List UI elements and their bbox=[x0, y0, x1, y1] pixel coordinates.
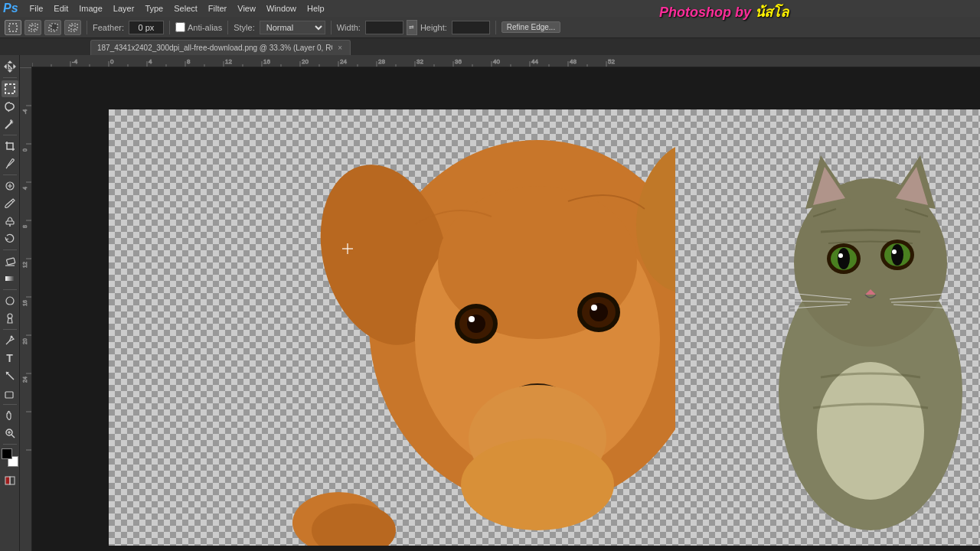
style-select[interactable]: Normal Fixed Ratio Fixed Size bbox=[260, 21, 325, 34]
menu-item-image[interactable]: Image bbox=[74, 2, 108, 15]
menu-item-type[interactable]: Type bbox=[139, 2, 168, 15]
tool-crop[interactable] bbox=[2, 138, 18, 155]
svg-text:-4: -4 bbox=[72, 58, 78, 65]
cat-svg bbox=[760, 109, 980, 546]
height-input[interactable] bbox=[452, 21, 490, 34]
tool-pen[interactable] bbox=[2, 332, 18, 349]
app-logo: Ps bbox=[3, 2, 18, 15]
svg-text:4: 4 bbox=[22, 187, 28, 190]
svg-text:36: 36 bbox=[455, 58, 462, 65]
canvas-area[interactable]: -4 0 4 8 12 16 20 24 28 32 36 40 44 48 5… bbox=[20, 55, 980, 551]
svg-rect-12 bbox=[6, 258, 15, 265]
marquee-intersect-btn[interactable] bbox=[64, 20, 81, 35]
tool-sep-6 bbox=[3, 329, 17, 330]
svg-point-103 bbox=[591, 305, 597, 311]
svg-rect-24 bbox=[32, 55, 980, 67]
menu-item-filter[interactable]: Filter bbox=[203, 2, 232, 15]
tool-blur[interactable] bbox=[2, 292, 18, 309]
feather-input[interactable] bbox=[129, 21, 164, 34]
document-tab[interactable]: 187_4341x2402_300dpi_all-free-download.p… bbox=[90, 40, 351, 55]
menu-item-edit[interactable]: Edit bbox=[48, 2, 74, 15]
svg-text:52: 52 bbox=[608, 58, 615, 65]
options-bar: Feather: Anti-alias Style: Normal Fixed … bbox=[0, 17, 980, 38]
tool-heal[interactable] bbox=[2, 178, 18, 194]
width-label: Width: bbox=[337, 23, 361, 32]
svg-text:28: 28 bbox=[378, 58, 385, 65]
tool-magic-wand[interactable] bbox=[2, 116, 18, 132]
tool-move[interactable] bbox=[2, 58, 18, 75]
style-label: Style: bbox=[234, 23, 255, 32]
swap-wh-btn[interactable]: ⇄ bbox=[407, 20, 417, 35]
tab-close-btn[interactable]: × bbox=[336, 44, 344, 52]
menu-bar: Ps FileEditImageLayerTypeSelectFilterVie… bbox=[0, 0, 980, 17]
tool-gradient[interactable] bbox=[2, 270, 18, 287]
menu-item-window[interactable]: Window bbox=[261, 2, 302, 15]
branding-text-pre: Photoshop by bbox=[659, 5, 755, 20]
branding: Photoshop by น้สโล bbox=[659, 1, 789, 23]
svg-text:20: 20 bbox=[302, 58, 309, 65]
svg-point-16 bbox=[10, 336, 12, 338]
svg-text:-4: -4 bbox=[22, 109, 28, 114]
svg-line-19 bbox=[11, 435, 15, 438]
marquee-new-btn[interactable] bbox=[5, 20, 21, 35]
menu-item-file[interactable]: File bbox=[24, 2, 49, 15]
svg-rect-17 bbox=[5, 392, 13, 398]
marquee-subtract-btn[interactable] bbox=[44, 20, 61, 35]
refine-edge-btn[interactable]: Refine Edge... bbox=[501, 21, 560, 33]
svg-text:8: 8 bbox=[22, 225, 28, 228]
tool-history-brush[interactable] bbox=[2, 230, 18, 247]
color-swatches[interactable] bbox=[1, 448, 19, 467]
width-input[interactable] bbox=[365, 21, 403, 34]
svg-rect-6 bbox=[71, 24, 77, 30]
svg-rect-7 bbox=[5, 84, 15, 93]
tool-sep-1 bbox=[3, 77, 17, 78]
svg-rect-2 bbox=[31, 24, 38, 30]
tool-shapes[interactable] bbox=[2, 385, 18, 402]
menu-item-select[interactable]: Select bbox=[168, 2, 203, 15]
tool-brush[interactable] bbox=[2, 195, 18, 212]
tool-rect-select[interactable] bbox=[2, 80, 18, 97]
tool-quick-mask[interactable] bbox=[2, 472, 18, 489]
menu-item-layer[interactable]: Layer bbox=[108, 2, 140, 15]
tool-eraser[interactable] bbox=[2, 253, 18, 269]
photoshop-canvas[interactable] bbox=[32, 67, 980, 551]
tool-zoom[interactable] bbox=[2, 425, 18, 442]
tool-clone-stamp[interactable] bbox=[2, 213, 18, 230]
doc-tab-title: 187_4341x2402_300dpi_all-free-download.p… bbox=[97, 44, 332, 52]
cat-image-area bbox=[760, 109, 980, 546]
menu-items: FileEditImageLayerTypeSelectFilterViewWi… bbox=[24, 2, 330, 15]
svg-rect-5 bbox=[69, 25, 75, 31]
svg-point-119 bbox=[838, 248, 850, 269]
height-label: Height: bbox=[420, 23, 447, 32]
tool-eyedropper[interactable] bbox=[2, 155, 18, 172]
tool-text[interactable]: T bbox=[2, 350, 18, 367]
svg-text:24: 24 bbox=[22, 377, 28, 383]
tool-sep-3 bbox=[3, 174, 17, 175]
tool-dodge[interactable] bbox=[2, 310, 18, 327]
dog-image-area bbox=[185, 109, 675, 546]
sep3 bbox=[227, 21, 228, 34]
dog-svg bbox=[185, 109, 675, 546]
foreground-color-swatch[interactable] bbox=[2, 448, 12, 459]
svg-rect-23 bbox=[10, 477, 15, 484]
ruler-corner bbox=[20, 55, 32, 67]
sep5 bbox=[495, 21, 496, 34]
branding-text-highlight: น้สโล bbox=[755, 5, 789, 20]
svg-rect-22 bbox=[5, 477, 10, 484]
marquee-add-btn[interactable] bbox=[24, 20, 41, 35]
menu-item-help[interactable]: Help bbox=[302, 2, 330, 15]
svg-text:24: 24 bbox=[340, 58, 347, 65]
svg-point-124 bbox=[892, 249, 897, 254]
tool-hand[interactable] bbox=[2, 407, 18, 424]
svg-text:16: 16 bbox=[22, 300, 28, 306]
document-container[interactable] bbox=[109, 109, 980, 546]
menu-item-view[interactable]: View bbox=[232, 2, 261, 15]
tool-lasso[interactable] bbox=[2, 98, 18, 115]
sep1 bbox=[87, 21, 87, 34]
svg-point-15 bbox=[8, 314, 12, 318]
antialias-label[interactable]: Anti-alias bbox=[175, 22, 222, 32]
tool-path-select[interactable] bbox=[2, 367, 18, 384]
left-toolbar: T bbox=[0, 55, 20, 551]
antialias-checkbox[interactable] bbox=[175, 22, 185, 32]
ruler-left: -4 0 4 8 12 16 20 24 bbox=[20, 55, 32, 551]
